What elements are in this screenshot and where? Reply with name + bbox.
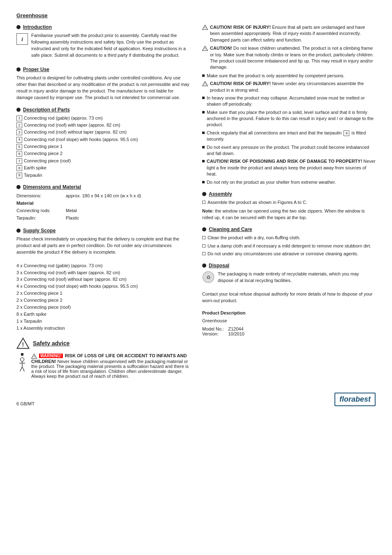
version-row: Version: 10/2010 (202, 331, 244, 336)
sq-bullet-3 (202, 111, 205, 113)
num-box-9: 9 (344, 130, 349, 136)
assembly-checkbox-item: Assemble the product as shown in Figures… (202, 199, 376, 206)
model-label: Model No.: (202, 326, 228, 331)
caution-bold-2: CAUTION! (210, 46, 232, 51)
recycling-text: The packaging is made entirely of recycl… (218, 271, 376, 284)
section-proper-use: Proper Use This product is designed for … (16, 67, 190, 101)
bullet-dot-5 (16, 229, 21, 233)
svg-point-2 (21, 358, 24, 361)
recycling-icon: ♻ (202, 271, 214, 283)
dims-value: approx. 180 x 94 x 140 cm (w x h x d) (66, 192, 190, 200)
caution-triangle-3: ! (202, 81, 208, 86)
parts-list-item: 7Connecting piece (roof) (16, 158, 190, 164)
part-num: 4 (16, 137, 22, 143)
bullet-dot-6 (202, 192, 206, 196)
poisoning-bold: CAUTION! RISK OF POISONING AND RISK OF D… (207, 159, 362, 164)
product-desc-title: Product Description (202, 310, 376, 317)
supply-list-item: 4 x Connecting rod (gable) (approx. 73 c… (16, 263, 190, 269)
cleaning-text-2: Use a damp cloth and if necessary a mild… (208, 243, 371, 249)
bullet-shelter-text: Do not rely on the product as your shelt… (207, 179, 336, 185)
part-text: Connecting rod (roof) with taper (approx… (24, 122, 120, 128)
tarpaulin-value: Plastic (66, 215, 190, 222)
cleaning-item-3: Do not under any circumstances use abras… (202, 251, 376, 257)
bullet-dot-3 (16, 108, 21, 112)
bullet-level: Make sure that you place the product on … (202, 109, 376, 128)
section-assembly: Assembly Assemble the product as shown i… (202, 191, 376, 221)
model-value: Z12044 (228, 326, 244, 331)
square-bullet-safety (21, 353, 23, 356)
supply-list-item: 1 x Tarpaulin (16, 318, 190, 325)
svg-line-5 (20, 367, 22, 371)
caution-text-1: CAUTION! RISK OF INJURY! Ensure that all… (210, 24, 376, 43)
warning-label: WARNING! (39, 354, 63, 358)
dims-table: Dimensions: approx. 180 x 94 x 140 cm (w… (16, 192, 190, 222)
part-text: Connecting rod (roof) without taper (app… (24, 129, 127, 135)
caution-block-3: ! CAUTION! RISK OF INJURY! Never under a… (202, 81, 376, 93)
supply-list-item: 3 x Connecting rod (roof) with taper (ap… (16, 270, 190, 276)
sq-bullet-1 (202, 74, 205, 77)
section-supply-scope: Supply Scope Please check immediately on… (16, 228, 190, 332)
bullet-competent-text: Make sure that the product is only assem… (207, 73, 345, 79)
supply-scope-text: Please check immediately on unpacking th… (16, 236, 190, 256)
part-text: Connecting piece 2 (24, 150, 62, 157)
right-column: ! CAUTION! RISK OF INJURY! Ensure that a… (202, 24, 376, 384)
warning-triangle-small: ! (31, 353, 39, 358)
caution-text-3: CAUTION! RISK OF INJURY! Never under any… (210, 81, 376, 93)
caution-text-2: CAUTION! Do not leave children unattende… (210, 45, 376, 71)
cleaning-text-3: Do not under any circumstances use abras… (208, 251, 358, 257)
bullet-dot-8 (202, 264, 206, 268)
product-desc-name: Greenhouse (202, 318, 376, 324)
bullet-tarpaulin-text: Check regularly that all connections are… (207, 130, 376, 143)
introduction-title: Introduction (16, 24, 190, 30)
supply-list-item: 3 x Connecting rod (roof) without taper … (16, 276, 190, 283)
note-bold: Note: (202, 208, 214, 213)
sq-bullet-2 (202, 97, 205, 99)
model-row: Model No.: Z12044 (202, 326, 244, 331)
connecting-rods-label: Connecting rods: (16, 207, 66, 215)
caution-bold-1: CAUTION! RISK OF INJURY! (210, 25, 271, 30)
left-column: Introduction i Familiarise yourself with… (16, 24, 190, 384)
part-num: 7 (16, 158, 22, 164)
supply-list-item: 2 x Connecting piece 1 (16, 290, 190, 297)
bullet-pressure: Do not exert any pressure on the product… (202, 144, 376, 157)
bullet-pressure-text: Do not exert any pressure on the product… (207, 144, 376, 157)
recycling-block: ♻ The packaging is made entirely of recy… (202, 271, 376, 286)
warning-triangle-icon: ! (16, 338, 30, 349)
bullet-dot-7 (202, 227, 206, 231)
bullet-level-text: Make sure that you place the product on … (207, 109, 376, 128)
parts-list-item: 5Connecting piece 1 (16, 143, 190, 150)
section-dimensions: Dimensions and Material Dimensions: appr… (16, 184, 190, 222)
section-introduction: Introduction i Familiarise yourself with… (16, 24, 190, 61)
bullet-snow: In heavy snow the product may collapse. … (202, 95, 376, 108)
proper-use-text: This product is designed for cultivating… (16, 75, 190, 101)
bullet-poisoning-text: CAUTION! RISK OF POISONING AND RISK OF D… (207, 158, 376, 177)
description-title: Description of Parts (16, 107, 190, 113)
version-label: Version: (202, 331, 228, 336)
svg-text:!: ! (22, 341, 24, 348)
caution-block-2: ! CAUTION! Do not leave children unatten… (202, 45, 376, 71)
bullet-dot-4 (16, 185, 21, 189)
cleaning-title: Cleaning and Care (202, 227, 376, 232)
parts-list-item: 3Connecting rod (roof) without taper (ap… (16, 129, 190, 135)
assembly-note: Note: the window can be opened using the… (202, 208, 376, 221)
cleaning-text-1: Clean the product with a dry, non-fluffi… (208, 235, 300, 241)
caution-block-1: ! CAUTION! RISK OF INJURY! Ensure that a… (202, 24, 376, 43)
safety-advice-header: ! Safety advice (16, 338, 190, 349)
disposal-title: Disposal (202, 263, 376, 268)
assembly-title: Assembly (202, 191, 376, 197)
intro-box: i Familiarise yourself with the product … (16, 32, 190, 61)
svg-text:!: ! (34, 355, 35, 358)
safety-warning-block: ! WARNING! RISK OF LOSS OF LIFE OR ACCID… (16, 353, 190, 379)
disposal-contact-text: Contact your local refuse disposal autho… (202, 291, 376, 304)
connecting-rods-row: Connecting rods: Metal (16, 207, 190, 215)
material-heading-row: Material (16, 200, 190, 207)
supply-list-item: 2 x Connecting piece (roof) (16, 304, 190, 311)
parts-list-item: 8Earth spike (16, 165, 190, 171)
footer: 6 GB/MT florabest (16, 393, 376, 406)
checkbox-clean-3 (202, 252, 205, 255)
section-safety-advice: ! Safety advice (16, 338, 190, 379)
parts-list-item: 2Connecting rod (roof) with taper (appro… (16, 122, 190, 128)
footer-page: 6 GB/MT (16, 401, 35, 406)
bullet-snow-text: In heavy snow the product may collapse. … (207, 95, 376, 108)
safety-advice-title: Safety advice (33, 340, 70, 347)
